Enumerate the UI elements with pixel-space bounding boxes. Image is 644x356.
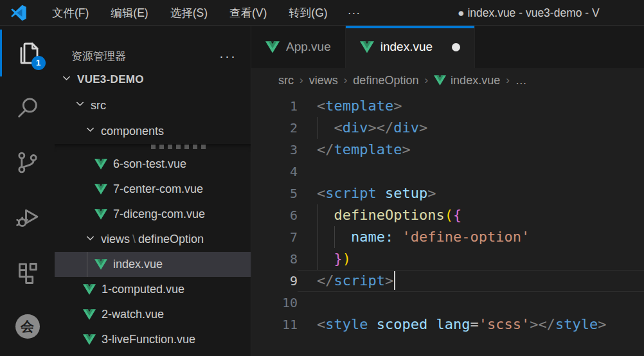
breadcrumb-item-views[interactable]: views — [309, 74, 338, 87]
tree-item-index.vue[interactable]: index.vue — [55, 252, 251, 277]
line-content: name: 'define-option' — [298, 226, 644, 248]
code-line-9[interactable]: 9</script> — [251, 270, 644, 292]
code-token: scoped — [377, 316, 427, 332]
line-content: <script setup> — [298, 182, 644, 204]
indent-guide — [318, 248, 318, 270]
code-line-10[interactable]: 10 — [251, 292, 644, 314]
line-content: <template> — [298, 95, 644, 117]
code-token — [317, 120, 334, 136]
tree-item-label: 7-diceng-com.vue — [113, 208, 205, 221]
code-token: > — [385, 272, 393, 289]
code-line-7[interactable]: 7 name: 'define-option' — [251, 226, 644, 248]
menu-item-3[interactable]: 查看(V) — [219, 0, 278, 26]
line-content: </script> — [298, 270, 644, 292]
window-title: ● index.vue - vue3-demo - V — [458, 0, 644, 26]
tree-item-label: index.vue — [113, 258, 163, 271]
tree-item-label: components — [101, 125, 164, 138]
code-line-2[interactable]: 2 <div></div> — [251, 117, 644, 139]
code-token: style — [555, 316, 598, 332]
tab-label: App.vue — [286, 40, 331, 54]
menu-more-button[interactable]: ··· — [339, 0, 370, 26]
menu-item-4[interactable]: 转到(G) — [278, 0, 338, 26]
tree-item-views-defineOption[interactable]: views\defineOption — [55, 227, 251, 252]
tab-App.vue[interactable]: App.vue — [251, 26, 346, 68]
line-number: 3 — [251, 139, 298, 161]
code-line-5[interactable]: 5<script setup> — [251, 182, 644, 204]
activitybar-source-control-button[interactable] — [0, 135, 55, 190]
activitybar-explorer-button[interactable]: 1 — [0, 26, 55, 80]
vue-file-icon — [434, 75, 446, 85]
code-token: script — [334, 272, 385, 289]
code-token — [393, 229, 402, 245]
menubar: 文件(F)编辑(E)选择(S)查看(V)转到(G)··· — [41, 0, 370, 25]
breadcrumb: src›views›defineOption›index.vue›… — [251, 68, 644, 93]
code-token: < — [317, 185, 325, 201]
tree-item-label: 7-center-com.vue — [113, 182, 203, 196]
menu-item-1[interactable]: 编辑(E) — [100, 0, 159, 26]
indent-guide — [334, 226, 335, 248]
code-line-11[interactable]: 11<style scoped lang='scss'></style> — [251, 314, 644, 335]
breadcrumb-item-…[interactable]: … — [515, 74, 527, 87]
editor-group: App.vueindex.vue src›views›defineOption›… — [251, 26, 644, 356]
tree-item-7-diceng-com.vue[interactable]: 7-diceng-com.vue — [55, 202, 251, 227]
code-line-1[interactable]: 1<template> — [251, 95, 644, 117]
line-number: 11 — [251, 314, 298, 335]
tree-item-1-computed.vue[interactable]: 1-computed.vue — [55, 277, 251, 302]
code-token — [317, 251, 334, 267]
indent-guide — [318, 117, 318, 139]
tree-item-7-center-com.vue[interactable]: 7-center-com.vue — [55, 177, 251, 202]
code-token: style — [325, 316, 368, 332]
line-number: 1 — [251, 95, 298, 117]
activitybar-hui-extension-button[interactable]: 会 — [0, 299, 55, 353]
code-line-6[interactable]: 6 defineOptions({ — [251, 204, 644, 226]
line-number: 7 — [251, 226, 298, 248]
tree-item-src[interactable]: src — [55, 93, 251, 118]
breadcrumb-item-src[interactable]: src — [278, 74, 294, 87]
menu-item-2[interactable]: 选择(S) — [159, 0, 219, 26]
menu-item-0[interactable]: 文件(F) — [41, 0, 100, 26]
code-token: > — [427, 185, 436, 201]
code-token: < — [317, 98, 325, 114]
line-content — [298, 292, 644, 314]
explorer-more-actions-button[interactable]: ··· — [219, 53, 237, 59]
run-debug-icon — [14, 204, 41, 231]
code-token — [368, 316, 376, 332]
activitybar-search-button[interactable] — [0, 80, 55, 135]
breadcrumb-label: src — [278, 74, 294, 87]
line-content: </template> — [298, 139, 644, 161]
tree-item-2-watch.vue[interactable]: 2-watch.vue — [55, 302, 251, 327]
breadcrumb-separator-icon: › — [294, 74, 309, 87]
tree-item-label: 6-son-test.vue — [113, 157, 186, 171]
tab-index.vue[interactable]: index.vue — [346, 26, 475, 68]
code-line-8[interactable]: 8 }) — [251, 248, 644, 270]
text-cursor — [394, 271, 395, 290]
code-token: template — [334, 141, 402, 157]
unsaved-changes-dot[interactable] — [452, 43, 460, 51]
vue-file-icon — [83, 284, 96, 295]
explorer-title: 资源管理器 — [71, 49, 126, 64]
tree-item-components[interactable]: components — [55, 118, 251, 144]
tree-item-6-son-test.vue[interactable]: 6-son-test.vue — [55, 152, 251, 177]
code-line-4[interactable]: 4 — [251, 161, 644, 182]
breadcrumb-label: index.vue — [451, 74, 500, 87]
tree-item-VUE3-DEMO[interactable]: VUE3-DEMO — [55, 67, 251, 93]
breadcrumb-label: defineOption — [353, 74, 418, 87]
chevron-down-icon — [85, 124, 96, 138]
code-line-3[interactable]: 3</template> — [251, 139, 644, 161]
line-content — [298, 161, 644, 182]
vue-file-icon — [94, 209, 107, 220]
activitybar-run-and-debug-button[interactable] — [0, 190, 55, 244]
code-token — [317, 207, 334, 223]
chevron-down-icon — [75, 98, 85, 112]
vue-file-icon — [360, 41, 374, 53]
tree-item-3-liveFunction.vue[interactable]: 3-liveFunction.vue — [55, 327, 251, 352]
activitybar-extensions-button[interactable] — [0, 244, 55, 299]
breadcrumb-label: … — [515, 74, 527, 87]
extensions-icon — [14, 258, 41, 285]
breadcrumb-item-index.vue[interactable]: index.vue — [434, 74, 500, 87]
line-number: 4 — [251, 161, 298, 182]
code-editor[interactable]: 1<template>2 <div></div>3</template>45<s… — [251, 93, 644, 356]
code-token: ) — [343, 251, 351, 267]
chevron-down-icon — [61, 73, 72, 87]
breadcrumb-item-defineOption[interactable]: defineOption — [353, 74, 418, 87]
